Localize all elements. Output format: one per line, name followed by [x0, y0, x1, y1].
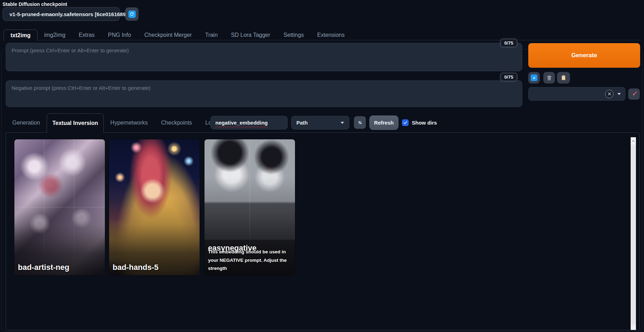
tab-txt2img[interactable]: txt2img	[4, 29, 38, 41]
edit-styles-button[interactable]	[628, 88, 640, 100]
refresh-icon	[128, 11, 136, 18]
network-refresh-button[interactable]: Refresh	[369, 115, 398, 130]
tab-checkpoint-merger[interactable]: Checkpoint Merger	[138, 29, 199, 40]
clear-prompt-button[interactable]	[543, 72, 555, 84]
scrollbar-thumb[interactable]	[631, 144, 636, 325]
clipboard-icon	[561, 75, 566, 81]
tab-img2img[interactable]: img2img	[38, 29, 72, 40]
cards-scrollbar[interactable]	[631, 137, 636, 330]
network-card-bad-artist-neg[interactable]: bad-artist-neg	[14, 139, 105, 275]
app-window: Stable Diffusion checkpoint v1-5-pruned-…	[0, 0, 644, 332]
tab-generation[interactable]: Generation	[6, 113, 47, 132]
trash-icon	[546, 75, 552, 81]
negative-prompt-token-counter: 0/75	[501, 73, 517, 81]
checkpoint-refresh-button[interactable]	[125, 7, 139, 21]
chevron-down-icon	[617, 93, 621, 95]
main-tab-bar: txt2img img2img Extras PNG Info Checkpoi…	[4, 29, 351, 40]
negative-prompt-input[interactable]	[6, 80, 522, 107]
sort-order-dropdown[interactable]: Path	[291, 116, 349, 130]
extra-networks-tab-bar: Generation Textual Inversion Hypernetwor…	[6, 113, 223, 132]
checkpoint-label: Stable Diffusion checkpoint	[2, 1, 67, 7]
tab-checkpoints[interactable]: Checkpoints	[154, 113, 199, 132]
network-search-value: negative_embedding	[215, 120, 268, 126]
tab-train[interactable]: Train	[199, 29, 224, 40]
tab-png-info[interactable]: PNG Info	[101, 29, 138, 40]
styles-dropdown[interactable]	[528, 87, 625, 101]
network-card-easynegative[interactable]: easynegative This embedding should be us…	[204, 139, 295, 275]
chevron-down-icon	[341, 122, 344, 124]
sort-arrows-icon	[357, 120, 363, 126]
tab-settings[interactable]: Settings	[277, 29, 310, 40]
paste-generation-params-button[interactable]	[528, 72, 540, 84]
network-search-input[interactable]: negative_embedding	[210, 116, 288, 130]
tab-extensions[interactable]: Extensions	[310, 29, 351, 40]
sort-direction-button[interactable]	[354, 116, 366, 129]
paintbrush-icon	[631, 91, 637, 97]
card-name: bad-hands-5	[113, 263, 197, 272]
checkpoint-value: v1-5-pruned-emaonly.safetensors [6ce0161…	[9, 11, 128, 17]
arrow-down-left-icon	[531, 74, 537, 81]
sort-order-value: Path	[296, 120, 308, 126]
tab-extras[interactable]: Extras	[72, 29, 101, 40]
checkpoint-dropdown[interactable]: v1-5-pruned-emaonly.safetensors [6ce0161…	[3, 7, 120, 21]
tab-textual-inversion[interactable]: Textual Inversion	[47, 113, 103, 133]
prompt-input[interactable]	[6, 43, 522, 71]
prompt-token-counter: 0/75	[501, 39, 517, 47]
network-card-bad-hands-5[interactable]: bad-hands-5	[109, 139, 200, 275]
card-description: This embedding should be used in your NE…	[208, 248, 291, 273]
show-dirs-label: Show dirs	[412, 120, 437, 126]
tab-sd-lora-tagger[interactable]: SD Lora Tagger	[224, 29, 277, 40]
show-dirs-toggle[interactable]: Show dirs	[402, 119, 437, 126]
card-name: bad-artist-neg	[18, 263, 102, 272]
checkbox-checked-icon[interactable]	[402, 119, 409, 126]
scrollbar-up-arrow[interactable]	[631, 138, 636, 143]
tab-hypernetworks[interactable]: Hypernetworks	[104, 113, 155, 132]
generate-button[interactable]: Generate	[528, 43, 640, 68]
apply-styles-button[interactable]	[557, 72, 570, 84]
clear-styles-icon[interactable]	[605, 90, 613, 98]
